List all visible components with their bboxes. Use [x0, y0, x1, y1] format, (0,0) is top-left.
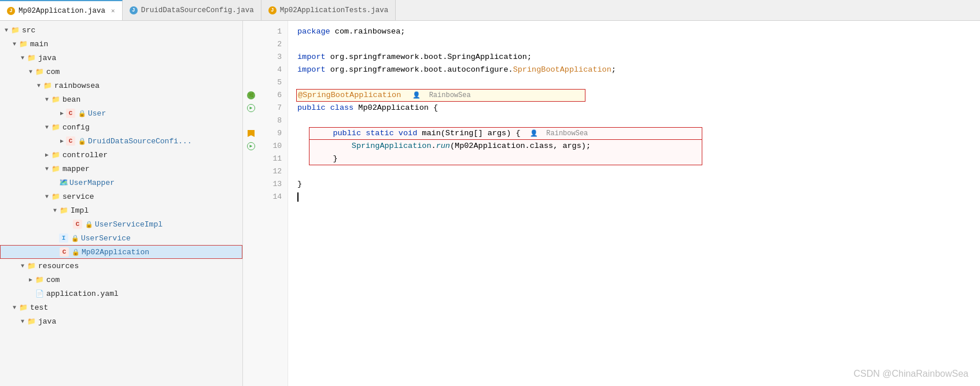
gutter-11: [243, 165, 259, 178]
tree-item-label: Mp02Application: [82, 248, 149, 257]
chevron-icon: ▼: [43, 166, 51, 172]
chevron-icon: ▼: [10, 41, 19, 47]
tab-label: Mp02ApplicationTests.java: [280, 6, 389, 14]
tree-item-application-yaml[interactable]: 📄 application.yaml: [0, 287, 242, 300]
gutter-7[interactable]: ▶: [243, 102, 259, 114]
tree-item-label: UserServiceImpl: [95, 220, 163, 229]
line-num-12: 12: [259, 165, 288, 178]
code-brace: }: [297, 178, 302, 191]
keyword-public: public: [297, 102, 326, 114]
tab-druiddatasource[interactable]: J DruidDataSourceConfig.java: [123, 0, 261, 20]
annotation-ref: SpringBootApplication: [513, 64, 611, 76]
tree-item-mp02application[interactable]: C 🔒 Mp02Application: [0, 245, 242, 259]
tree-item-userserviceimpl[interactable]: C 🔒 UserServiceImpl: [0, 217, 242, 231]
tree-item-test[interactable]: ▼ 📁 test: [0, 300, 242, 314]
yaml-file-icon: 📄: [35, 289, 44, 298]
code-editor[interactable]: 🌿 ▶ ▶ 1 2: [243, 21, 980, 386]
tree-item-label: UserMapper: [69, 179, 115, 187]
tree-item-user[interactable]: ▶ C 🔒 User: [0, 106, 242, 120]
user-label-9: RainbowSea: [546, 127, 588, 140]
gutter-10: [243, 153, 259, 165]
class-file-icon: C: [60, 247, 69, 257]
tree-item-label: bean: [62, 95, 80, 104]
tree-item-main[interactable]: ▼ 📁 main: [0, 37, 242, 51]
keyword-void: void: [399, 127, 417, 140]
tab-icon-java2: J: [130, 6, 138, 14]
user-icon-6: 👤: [401, 89, 424, 102]
tree-item-resources[interactable]: ▼ 📁 resources: [0, 259, 242, 273]
code-line-6: @SpringBootApplication 👤 RainbowSea: [296, 89, 585, 102]
line-num-9: 9: [259, 127, 288, 140]
user-icon-9: 👤: [530, 127, 542, 140]
tree-item-label: UserService: [81, 234, 131, 243]
run-icon-2[interactable]: ▶: [247, 142, 255, 150]
tab-label: Mp02Application.java: [19, 7, 105, 15]
folder-icon: 📁: [35, 275, 44, 284]
code-text: org.springframework.boot.autoconfigure.: [326, 64, 513, 76]
tree-item-service[interactable]: ▼ 📁 service: [0, 190, 242, 203]
tree-item-label: User: [88, 109, 106, 118]
tree-item-userservice[interactable]: I 🔒 UserService: [0, 231, 242, 245]
gutter-9b[interactable]: ▶: [243, 140, 259, 153]
tree-item-com-resources[interactable]: ▶ 📁 com: [0, 273, 242, 287]
gutter-6[interactable]: 🌿: [243, 89, 259, 102]
tree-item-rainbowsea[interactable]: ▼ 📁 rainbowsea: [0, 79, 242, 92]
method-run: run: [436, 140, 450, 153]
line-num-8: 8: [259, 114, 288, 127]
lock-icon: 🔒: [78, 109, 87, 118]
keyword-package: package: [297, 25, 330, 38]
folder-icon: 📁: [10, 25, 20, 35]
interface-file-icon: I: [59, 233, 68, 243]
chevron-icon: ▼: [43, 194, 51, 200]
line-num-10: 10: [259, 140, 288, 153]
code-line-7: public class Mp02Application {: [297, 102, 980, 114]
tree-item-src[interactable]: ▼ 📁 src: [0, 23, 242, 37]
code-line-3: import org.springframework.boot.SpringAp…: [297, 51, 980, 64]
keyword-import: import: [297, 51, 326, 64]
tree-item-usermapper[interactable]: 🗺️ UserMapper: [0, 176, 242, 190]
lock-icon: 🔒: [84, 220, 94, 229]
tree-item-controller[interactable]: ▶ 📁 controller: [0, 148, 242, 162]
tree-item-java-test[interactable]: ▼ 📁 java: [0, 314, 242, 328]
tab-mp02tests[interactable]: J Mp02ApplicationTests.java: [261, 0, 396, 20]
line-num-7: 7: [259, 102, 288, 114]
chevron-icon: ▼: [27, 69, 35, 75]
chevron-icon: ▼: [19, 318, 27, 325]
folder-icon: 📁: [51, 192, 60, 201]
tree-item-label: src: [22, 26, 35, 35]
code-semicolon: ;: [611, 64, 616, 76]
tab-close-button[interactable]: ✕: [111, 7, 115, 14]
tab-mp02application[interactable]: J Mp02Application.java ✕: [0, 0, 123, 20]
tree-item-bean[interactable]: ▼ 📁 bean: [0, 92, 242, 106]
tree-item-mapper[interactable]: ▼ 📁 mapper: [0, 162, 242, 176]
folder-icon: 📁: [51, 150, 60, 159]
tree-item-label: service: [62, 192, 94, 201]
bookmark-icon[interactable]: [248, 130, 255, 137]
gutter-9[interactable]: [243, 127, 259, 140]
chevron-icon: ▼: [43, 124, 51, 131]
line-num-2: 2: [259, 38, 288, 51]
folder-icon: 📁: [51, 95, 60, 104]
gutter-13: [243, 191, 259, 203]
line-num-4: 4: [259, 64, 288, 76]
tree-item-label: controller: [62, 151, 108, 159]
folder-icon: 📁: [19, 39, 28, 49]
tree-item-druid[interactable]: ▶ C 🔒 DruidDataSourceConfi...: [0, 134, 242, 148]
tree-item-label: com: [46, 68, 60, 76]
keyword-static: static: [366, 127, 394, 140]
tree-item-com[interactable]: ▼ 📁 com: [0, 65, 242, 79]
folder-icon: 📁: [59, 206, 68, 215]
gutter-5: [243, 76, 259, 89]
tree-item-impl[interactable]: ▼ 📁 Impl: [0, 203, 242, 217]
tree-item-java[interactable]: ▼ 📁 java: [0, 51, 242, 65]
code-lines: package com.rainbowsea; import org.sprin…: [288, 21, 980, 386]
tab-bar: J Mp02Application.java ✕ J DruidDataSour…: [0, 0, 980, 21]
run-icon[interactable]: ▶: [247, 104, 255, 112]
tree-item-label: Impl: [71, 206, 89, 215]
gutter-8: [243, 114, 259, 127]
gutter-14: [243, 203, 259, 216]
tree-item-config[interactable]: ▼ 📁 config: [0, 120, 242, 134]
keyword-import2: import: [297, 64, 326, 76]
spring-run-icon[interactable]: 🌿: [247, 91, 255, 99]
folder-icon: 📁: [51, 164, 60, 173]
